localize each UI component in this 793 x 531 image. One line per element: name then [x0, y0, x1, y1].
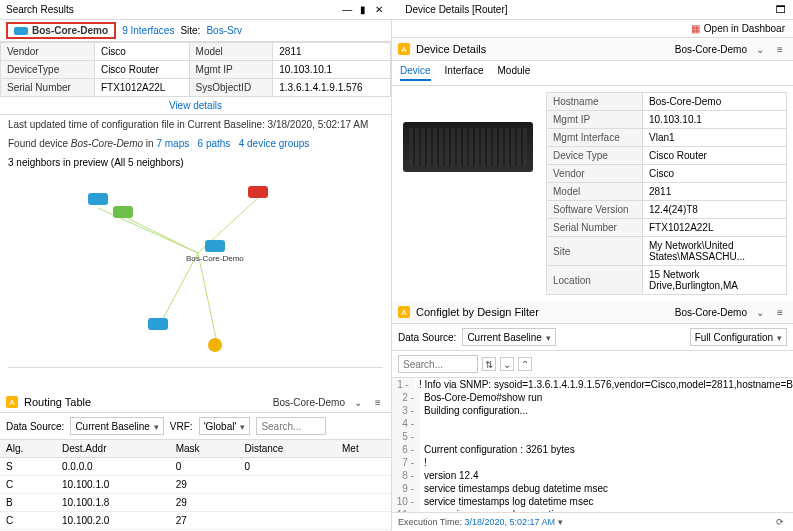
dd-device-name: Bos-Core-Demo [675, 44, 747, 55]
find-next-icon[interactable]: ⌄ [500, 357, 514, 371]
topology-preview[interactable]: Bos-Core-Demo [8, 168, 383, 368]
view-details-link[interactable]: View details [0, 97, 391, 115]
table-row[interactable]: S0.0.0.000 [0, 458, 391, 476]
table-header[interactable]: Mask [170, 440, 239, 458]
menu-icon[interactable]: ≡ [773, 42, 787, 56]
exec-time-dropdown[interactable] [558, 517, 563, 527]
cfg-filter-select[interactable]: Full Configuration [690, 328, 787, 346]
table-row: SiteMy Network\United States\MASSACHU... [547, 237, 787, 266]
interfaces-link[interactable]: 9 Interfaces [122, 25, 174, 36]
tab-interface[interactable]: Interface [445, 65, 484, 81]
device-image [398, 92, 538, 202]
table-row: Mgmt IP10.103.10.1 [547, 111, 787, 129]
device-groups-link[interactable]: 4 device groups [239, 138, 310, 149]
device-properties-table: VendorCiscoModel2811 DeviceTypeCisco Rou… [0, 42, 391, 97]
config-code-view[interactable]: 1 -! Info via SNMP: sysoid=1.3.6.1.4.1.9… [392, 378, 793, 512]
configlet-title: Configlet by Design Filter [416, 306, 539, 318]
table-header[interactable]: Dest.Addr [56, 440, 170, 458]
table-header[interactable]: Distance [238, 440, 336, 458]
cfg-search-input[interactable] [398, 355, 478, 373]
table-row: Software Version12.4(24)T8 [547, 201, 787, 219]
open-in-dashboard-link[interactable]: ▦ Open in Dashboar [392, 20, 793, 38]
close-icon[interactable]: ✕ [373, 4, 385, 16]
last-updated-time: 3/18/2020, 5:02:17 AM [268, 119, 369, 130]
tab-module[interactable]: Module [498, 65, 531, 81]
device-name: Bos-Core-Demo [32, 25, 108, 36]
cfg-device-name: Bos-Core-Demo [675, 307, 747, 318]
table-row: Model2811 [547, 183, 787, 201]
find-prev-icon[interactable]: ⌃ [518, 357, 532, 371]
window-title-right: Device Details [Router] [405, 4, 507, 15]
dashboard-icon: ▦ [691, 23, 700, 34]
search-options-icon[interactable]: ⇅ [482, 357, 496, 371]
badge-icon: A [398, 43, 410, 55]
table-header[interactable]: Alg. [0, 440, 56, 458]
badge-icon: A [6, 396, 18, 408]
data-source-select[interactable]: Current Baseline [70, 417, 163, 435]
maps-link[interactable]: 7 maps [156, 138, 189, 149]
refresh-icon[interactable]: ⟳ [773, 515, 787, 529]
collapse-icon[interactable]: ⌄ [351, 395, 365, 409]
menu-icon[interactable]: ≡ [371, 395, 385, 409]
minimize-icon[interactable]: — [341, 4, 353, 16]
table-row[interactable]: B10.100.1.829 [0, 494, 391, 512]
execution-time-link[interactable]: 3/18/2020, 5:02:17 AM [465, 517, 556, 527]
svg-line-3 [158, 253, 198, 328]
last-updated-label: Last updated time of configuration file … [8, 119, 268, 130]
menu-icon[interactable]: ≡ [773, 305, 787, 319]
paths-link[interactable]: 6 paths [198, 138, 231, 149]
device-chip[interactable]: Bos-Core-Demo [6, 22, 116, 39]
badge-icon: A [398, 306, 410, 318]
routing-table: Alg.Dest.AddrMaskDistanceMet S0.0.0.000C… [0, 440, 391, 530]
routing-device-name: Bos-Core-Demo [273, 397, 345, 408]
svg-line-4 [198, 253, 218, 348]
topology-links [8, 168, 383, 367]
table-row[interactable]: C10.100.2.027 [0, 512, 391, 530]
table-row[interactable]: C10.100.1.029 [0, 476, 391, 494]
device-details-title: Device Details [416, 43, 486, 55]
site-link[interactable]: Bos-Srv [206, 25, 242, 36]
table-row: VendorCisco [547, 165, 787, 183]
table-row: Device TypeCisco Router [547, 147, 787, 165]
window-title-left: Search Results [6, 4, 74, 15]
table-row: Serial NumberFTX1012A22L [547, 219, 787, 237]
maximize-icon[interactable]: 🗖 [775, 4, 787, 16]
cfg-data-source-select[interactable]: Current Baseline [462, 328, 555, 346]
collapse-icon[interactable]: ⌄ [753, 305, 767, 319]
table-row: HostnameBos-Core-Demo [547, 93, 787, 111]
routing-search-input[interactable] [256, 417, 326, 435]
site-label: Site: [180, 25, 200, 36]
table-header[interactable]: Met [336, 440, 391, 458]
device-details-table: HostnameBos-Core-DemoMgmt IP10.103.10.1M… [546, 92, 787, 295]
table-row: Mgmt InterfaceVlan1 [547, 129, 787, 147]
vrf-select[interactable]: 'Global' [199, 417, 251, 435]
table-row: Location15 Network Drive,Burlington,MA [547, 266, 787, 295]
collapse-icon[interactable]: ⌄ [753, 42, 767, 56]
routing-table-title: Routing Table [24, 396, 267, 408]
router-icon [14, 27, 28, 35]
tab-device[interactable]: Device [400, 65, 431, 81]
neighbors-title: 3 neighbors in preview (All 5 neighbors) [8, 157, 383, 168]
pin-icon[interactable]: ▮ [357, 4, 369, 16]
